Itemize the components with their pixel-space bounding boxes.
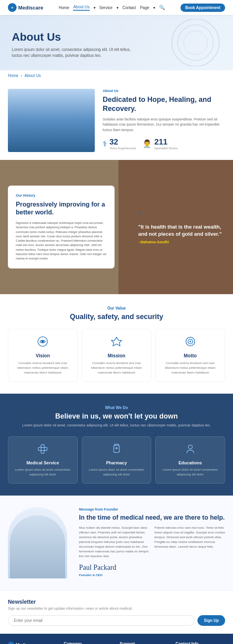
founder-text-2: Potenti ridiculus eros nam nisl nunc. To… xyxy=(154,526,225,559)
stat-doctors-label: Specialist Doctor xyxy=(154,146,178,150)
svg-point-2 xyxy=(184,31,207,54)
mission-title: Mission xyxy=(88,353,145,359)
footer-contact-col: Contact Info Jln Cempaka Wangi No 22, Ja… xyxy=(176,642,225,644)
founder-signature: Paul Packard xyxy=(79,563,225,572)
stat-doctors-num: 211 xyxy=(154,137,178,146)
search-icon[interactable]: 🔍 xyxy=(159,5,165,10)
hero-decoration xyxy=(166,19,225,68)
breadcrumb-home[interactable]: Home xyxy=(8,73,19,78)
logo-text: Mediscare xyxy=(18,5,43,11)
footer: + Mediscare Lorem ipsum dolor sit amet, … xyxy=(0,634,233,644)
stat-doctors-content: 211 Specialist Doctor xyxy=(154,137,178,150)
svg-point-7 xyxy=(190,341,191,342)
quote-marks: " xyxy=(138,210,225,222)
svg-rect-9 xyxy=(38,447,47,451)
value-vision: Vision Convallis viverra tincidunt sed c… xyxy=(8,329,78,382)
about-text: Sodales ante facilisis natoque eros quis… xyxy=(103,117,225,133)
motto-text: Convallis viverra tincidunt sed cras bib… xyxy=(162,361,218,375)
footer-brand-col: + Mediscare Lorem ipsum dolor sit amet, … xyxy=(8,642,58,644)
logo: + Mediscare xyxy=(8,3,43,12)
pharmacy-text: Lorem ipsum dolor sit amet consectetur a… xyxy=(88,468,145,477)
pharmacy-icon xyxy=(88,443,145,457)
founder-heading: In the time of medical need, we are ther… xyxy=(79,514,225,522)
education-icon xyxy=(162,443,218,457)
nav-links: Home About Us ▾ Service ▾ Contact Page ▾… xyxy=(59,5,165,11)
nav-home[interactable]: Home xyxy=(59,6,70,10)
pharmacy-title: Pharmacy xyxy=(88,460,145,465)
motto-title: Motto xyxy=(162,353,218,359)
stat-experience: ⚕ 32 Years Experienced xyxy=(103,137,136,150)
hero-section: About Us Lorem ipsum dolor sit amet, con… xyxy=(0,15,233,70)
about-image xyxy=(8,89,95,152)
value-mission: Mission Convallis viverra tincidunt sed … xyxy=(82,329,152,382)
footer-company-col: Company About Us Vision & Mission Leader… xyxy=(64,642,114,644)
svg-point-1 xyxy=(178,25,213,60)
value-motto: Motto Convallis viverra tincidunt sed cr… xyxy=(155,329,225,382)
footer-logo-icon: + xyxy=(8,642,14,644)
medical-text: Lorem ipsum dolor sit amet consectetur a… xyxy=(15,468,71,477)
book-appointment-button[interactable]: Book Appointment xyxy=(180,4,225,12)
history-background: Our History Progressively improving for … xyxy=(0,160,233,294)
footer-support-title: Support xyxy=(120,642,169,644)
about-heading: Dedicated to Hope, Healing, and Recovery… xyxy=(103,95,225,114)
education-title: Educations xyxy=(162,460,218,465)
logo-icon: + xyxy=(8,3,17,12)
history-text: Dignissim a malesuada natoque scelerisqu… xyxy=(16,221,107,261)
service-pharmacy: Pharmacy Lorem ipsum dolor sit amet cons… xyxy=(82,436,152,484)
nav-page[interactable]: Page xyxy=(140,6,149,10)
footer-logo: + Mediscare xyxy=(8,642,58,644)
services-grid: Medical Service Lorem ipsum dolor sit am… xyxy=(8,436,225,484)
svg-point-4 xyxy=(41,340,44,343)
footer-logo-text: Mediscare xyxy=(16,642,37,644)
nav-service[interactable]: Service xyxy=(100,6,113,10)
experience-icon: ⚕ xyxy=(103,139,107,148)
newsletter-title: Newsletter xyxy=(8,599,225,605)
stat-experience-label: Years Experienced xyxy=(109,146,136,150)
founder-section: Message from Founder In the time of medi… xyxy=(0,496,233,590)
medical-icon xyxy=(15,443,71,457)
vision-text: Convallis viverra tincidunt sed cras bib… xyxy=(15,361,71,375)
newsletter-signup-button[interactable]: Sign Up xyxy=(197,615,225,626)
values-title: Quality, safety, and security xyxy=(8,313,225,321)
values-section: Our Value Quality, safety, and security … xyxy=(0,294,233,394)
history-tag: Our History xyxy=(16,193,107,197)
stat-doctors: 👨‍⚕️ 211 Specialist Doctor xyxy=(142,137,178,150)
newsletter-subtitle: Sign up our newsletter to get update inf… xyxy=(8,606,225,610)
vision-title: Vision xyxy=(15,353,71,359)
stat-experience-content: 32 Years Experienced xyxy=(109,137,136,150)
education-text: Lorem ipsum dolor sit amet consectetur a… xyxy=(162,468,218,477)
mission-icon xyxy=(88,336,145,350)
motto-icon xyxy=(162,336,218,350)
about-content: About Us Dedicated to Hope, Healing, and… xyxy=(103,89,225,150)
about-tag: About Us xyxy=(103,89,225,93)
quote-author: - Mahatma Gandhi xyxy=(138,240,225,244)
history-section: Our History Progressively improving for … xyxy=(0,160,233,294)
breadcrumb-current: About Us xyxy=(24,73,41,78)
founder-content: Message from Founder In the time of medi… xyxy=(79,507,225,577)
newsletter-section: Newsletter Sign up our newsletter to get… xyxy=(0,590,233,634)
nav-about[interactable]: About Us xyxy=(73,5,89,11)
history-heading: Progressively improving for a better wor… xyxy=(16,201,107,217)
breadcrumb: Home › About Us xyxy=(0,70,233,81)
svg-point-0 xyxy=(172,19,219,66)
quote-box: " "It is health that is the real wealth,… xyxy=(138,210,225,244)
footer-support-col: Support Help Center FAQ Contact Us Ticke… xyxy=(120,642,169,644)
about-section: About Us Dedicated to Hope, Healing, and… xyxy=(0,81,233,160)
founder-text-columns: Mus nullam dis blandit metus. Suscipit d… xyxy=(79,526,225,559)
founder-image-wrap xyxy=(8,507,71,578)
vision-icon xyxy=(15,336,71,350)
hero-description: Lorem ipsum dolor sit amet, consectetur … xyxy=(12,47,138,58)
what-tag: What We Do xyxy=(8,406,225,410)
founder-image xyxy=(8,507,67,578)
history-card: Our History Progressively improving for … xyxy=(8,186,115,269)
svg-rect-8 xyxy=(41,445,44,453)
founder-tag: Message from Founder xyxy=(79,507,225,511)
svg-point-13 xyxy=(188,445,192,449)
navbar: + Mediscare Home About Us ▾ Service ▾ Co… xyxy=(0,0,233,15)
quote-text: "It is health that is the real wealth, a… xyxy=(138,223,225,238)
nav-contact[interactable]: Contact xyxy=(122,6,136,10)
newsletter-form: Sign Up xyxy=(8,615,225,626)
newsletter-email-input[interactable] xyxy=(8,615,194,626)
values-tag: Our Value xyxy=(8,306,225,310)
founder-role: Founder & CEO xyxy=(79,573,225,577)
